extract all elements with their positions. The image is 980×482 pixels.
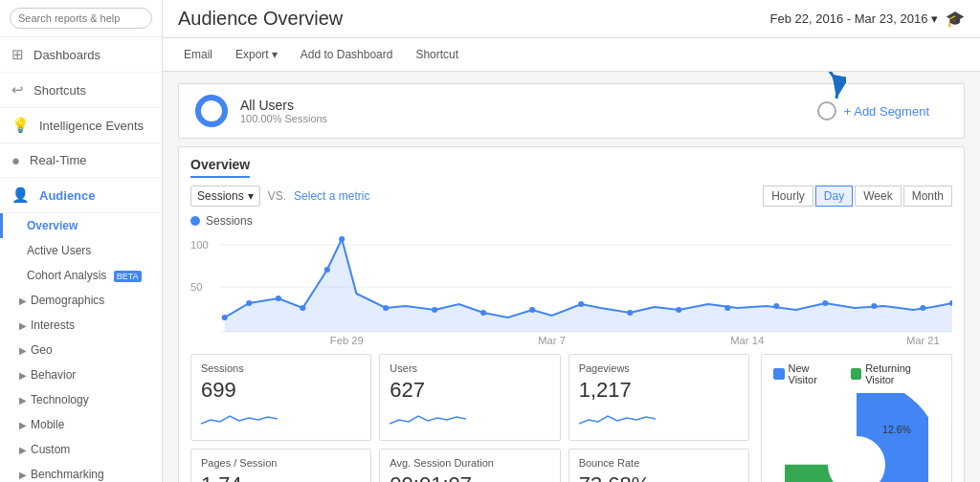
dashboards-icon: ⊞ — [11, 46, 24, 63]
sidebar-sub-technology[interactable]: ▶ Technology — [0, 387, 162, 412]
sparkline — [390, 406, 466, 429]
stat-card-bounce-rate: Bounce Rate 73.68% — [568, 449, 749, 482]
add-segment-button[interactable]: + Add Segment — [798, 101, 948, 120]
export-button[interactable]: Export ▾ — [230, 44, 283, 65]
svg-text:Feb 29: Feb 29 — [330, 335, 364, 346]
pie-legend: New Visitor Returning Visitor — [773, 362, 940, 385]
sidebar-sub-demographics[interactable]: ▶ Demographics — [0, 288, 162, 313]
svg-text:Mar 21: Mar 21 — [906, 335, 940, 346]
metric-dropdown[interactable]: Sessions ▾ — [190, 186, 260, 207]
sidebar-item-dashboards[interactable]: ⊞ Dashboards — [0, 37, 162, 73]
data-point — [222, 315, 228, 320]
add-dashboard-button[interactable]: Add to Dashboard — [295, 44, 399, 65]
sidebar-item-label: Real-Time — [30, 153, 86, 167]
sidebar-sub-overview[interactable]: Overview — [0, 213, 162, 238]
day-button[interactable]: Day — [815, 186, 853, 207]
sidebar-item-intelligence[interactable]: 💡 Intelligence Events — [0, 108, 162, 143]
stat-label: Users — [390, 362, 549, 374]
sidebar-sub-interests[interactable]: ▶ Interests — [0, 313, 162, 338]
sidebar-sub-cohort[interactable]: Cohort Analysis BETA — [0, 263, 162, 288]
page-header: Audience Overview Feb 22, 2016 - Mar 23,… — [163, 0, 980, 38]
line-chart: 100 50 — [190, 231, 952, 346]
week-button[interactable]: Week — [855, 186, 901, 207]
returning-visitor-color — [851, 368, 862, 380]
dropdown-arrow: ▾ — [248, 189, 254, 203]
stat-value: 1.74 — [201, 472, 361, 482]
beta-badge: BETA — [114, 271, 142, 282]
sidebar-sub-behavior[interactable]: ▶ Behavior — [0, 362, 162, 387]
data-point — [676, 307, 681, 313]
time-buttons: Hourly Day Week Month — [763, 186, 952, 207]
dropdown-arrow-icon: ▾ — [272, 48, 278, 61]
sidebar-sub-benchmarking[interactable]: ▶ Benchmarking — [0, 462, 162, 482]
legend-dot — [190, 216, 200, 226]
add-segment-label: + Add Segment — [844, 104, 929, 119]
stat-value: 73.68% — [579, 472, 739, 482]
data-point — [339, 236, 345, 242]
sidebar-item-audience[interactable]: 👤 Audience — [0, 178, 162, 213]
pie-legend-new: New Visitor — [773, 362, 839, 385]
stat-card-pages-session: Pages / Session 1.74 — [190, 449, 371, 482]
sidebar-sub-geo[interactable]: ▶ Geo — [0, 338, 162, 362]
main-content: Audience Overview Feb 22, 2016 - Mar 23,… — [163, 0, 980, 482]
toolbar: Email Export ▾ Add to Dashboard Shortcut — [163, 38, 980, 72]
search-input[interactable] — [10, 8, 152, 29]
pie-panel: New Visitor Returning Visitor — [761, 354, 952, 482]
stat-label: Bounce Rate — [579, 457, 739, 469]
data-point — [822, 300, 828, 306]
stat-card-users: Users 627 — [379, 354, 560, 441]
data-point — [529, 307, 535, 313]
data-point — [920, 305, 925, 311]
sidebar-sub-active-users[interactable]: Active Users — [0, 238, 162, 263]
sidebar-sub-custom[interactable]: ▶ Custom — [0, 437, 162, 462]
select-metric[interactable]: Select a metric — [294, 189, 369, 203]
data-point — [383, 305, 389, 311]
stat-label: Pages / Session — [201, 457, 361, 469]
data-point — [773, 303, 779, 309]
new-visitor-color — [773, 368, 785, 380]
audience-icon: 👤 — [11, 186, 30, 204]
all-users-segment: All Users 100.00% Sessions — [194, 94, 798, 128]
sidebar-item-label: Dashboards — [33, 48, 100, 62]
stat-value: 699 — [201, 378, 361, 403]
sidebar-item-realtime[interactable]: ● Real-Time — [0, 143, 162, 178]
segment-info: All Users 100.00% Sessions — [240, 98, 327, 124]
realtime-icon: ● — [11, 152, 20, 168]
svg-text:Mar 14: Mar 14 — [730, 335, 764, 346]
sidebar-item-label: Shortcuts — [33, 83, 86, 98]
month-button[interactable]: Month — [903, 186, 952, 207]
sidebar-sub-mobile[interactable]: ▶ Mobile — [0, 412, 162, 437]
pie-legend-returning: Returning Visitor — [851, 362, 940, 385]
segment-sublabel: 100.00% Sessions — [240, 113, 327, 124]
sidebar-item-label: Intelligence Events — [39, 119, 144, 133]
expand-arrow-icon: ▶ — [19, 445, 27, 455]
sparkline — [201, 406, 278, 429]
segment-row: All Users 100.00% Sessions + Add Segment — [178, 83, 965, 139]
data-point — [246, 300, 252, 306]
content-area: All Users 100.00% Sessions + Add Segment — [163, 72, 980, 482]
stat-value: 627 — [390, 378, 549, 403]
stat-value: 00:01:07 — [390, 472, 549, 482]
new-visitor-label: New Visitor — [789, 362, 839, 385]
shortcut-button[interactable]: Shortcut — [410, 44, 464, 65]
expand-arrow-icon: ▶ — [19, 395, 27, 405]
metric-label: Sessions — [197, 189, 244, 203]
data-point — [871, 303, 877, 309]
stats-row-2: Pages / Session 1.74 Avg. Session Durati… — [190, 449, 749, 482]
search-container — [0, 0, 162, 37]
date-range[interactable]: Feb 22, 2016 - Mar 23, 2016 ▾ — [770, 11, 938, 26]
expand-arrow-icon: ▶ — [19, 320, 27, 331]
data-point — [300, 305, 305, 311]
legend-label: Sessions — [206, 214, 253, 228]
data-point — [432, 307, 437, 313]
stats-and-pie: Sessions 699 Users 627 — [190, 354, 952, 482]
stat-label: Sessions — [201, 362, 361, 374]
hourly-button[interactable]: Hourly — [763, 186, 813, 207]
email-button[interactable]: Email — [178, 44, 218, 65]
data-point — [324, 267, 330, 273]
overview-title: Overview — [190, 157, 250, 178]
svg-text:50: 50 — [190, 281, 202, 293]
sidebar-item-shortcuts[interactable]: ↩ Shortcuts — [0, 73, 162, 108]
overview-panel: Overview Sessions ▾ VS. Select a metric … — [178, 146, 965, 482]
svg-text:87.4%: 87.4% — [838, 459, 875, 473]
